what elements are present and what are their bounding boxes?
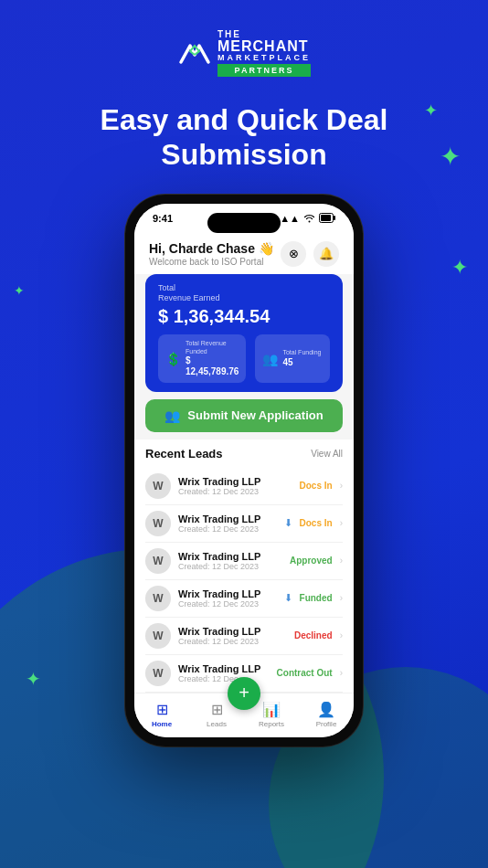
lead-item[interactable]: W Wrix Trading LLP Created: 12 Dec 2023 … xyxy=(145,468,343,505)
funding-info: Total Funding 45 xyxy=(282,349,321,367)
total-funding-value: 45 xyxy=(282,357,321,368)
revenue-row: 💲 Total Revenue Funded $ 12,45,789.76 👥 … xyxy=(158,334,330,383)
lead-name: Wrix Trading LLP xyxy=(178,551,282,562)
lead-info: Wrix Trading LLP Created: 12 Dec... xyxy=(178,663,270,683)
lead-avatar: W xyxy=(145,661,171,686)
dynamic-island xyxy=(207,213,281,233)
funded-label: Total Revenue Funded xyxy=(186,340,239,355)
submit-btn-icon: 👥 xyxy=(164,408,180,423)
revenue-card: TotalRevenue Earned $ 1,36,344.54 💲 Tota… xyxy=(145,274,343,392)
lead-status: Funded xyxy=(300,593,333,603)
lead-avatar: W xyxy=(145,473,171,499)
lead-item[interactable]: W Wrix Trading LLP Created: 12 Dec 2023 … xyxy=(145,580,343,618)
phone-screen: 9:41 ▲▲▲ xyxy=(134,204,354,737)
nav-home[interactable]: ⊞ Home xyxy=(134,701,189,728)
phone-wrapper: 9:41 ▲▲▲ xyxy=(125,195,363,746)
lead-avatar: W xyxy=(145,511,171,536)
lead-item[interactable]: W Wrix Trading LLP Created: 12 Dec 2023 … xyxy=(145,505,343,543)
lead-info: Wrix Trading LLP Created: 12 Dec 2023 xyxy=(178,588,277,609)
submit-new-application-button[interactable]: 👥 Submit New Application xyxy=(145,399,343,432)
lead-status: Docs In xyxy=(300,481,333,491)
notifications-button[interactable]: 🔔 xyxy=(313,241,339,267)
page: THE MERCHANT MARKETPLACE PARTNERS Easy a… xyxy=(0,0,488,868)
logo-m-icon xyxy=(177,38,212,68)
revenue-amount: $ 1,36,344.54 xyxy=(158,306,330,327)
leads-title: Recent Leads xyxy=(145,447,223,460)
lead-name: Wrix Trading LLP xyxy=(178,663,270,674)
add-button[interactable]: + xyxy=(228,677,260,710)
funded-amount: $ 12,45,789.76 xyxy=(186,355,239,377)
leads-header: Recent Leads View All xyxy=(145,447,343,460)
lead-avatar: W xyxy=(145,623,171,649)
leads-label: Leads xyxy=(207,720,227,728)
chevron-right-icon: › xyxy=(340,481,343,491)
profile-label: Profile xyxy=(316,720,337,728)
svg-rect-2 xyxy=(334,216,335,220)
battery-icon xyxy=(319,213,335,225)
view-all-link[interactable]: View All xyxy=(311,449,343,459)
lead-date: Created: 12 Dec 2023 xyxy=(178,599,277,609)
greeting-sub-text: Welcome back to ISO Portal xyxy=(149,257,274,267)
svg-rect-1 xyxy=(321,215,331,221)
nav-profile[interactable]: 👤 Profile xyxy=(299,701,354,728)
lead-name: Wrix Trading LLP xyxy=(178,513,277,524)
chevron-right-icon: › xyxy=(340,518,343,528)
lead-item[interactable]: W Wrix Trading LLP Created: 12 Dec 2023 … xyxy=(145,543,343,580)
settings-icon: ⊗ xyxy=(289,247,299,260)
bottom-nav: ⊞ Home ⊞ Leads + 📊 Reports 👤 Profile xyxy=(134,693,354,737)
bell-icon: 🔔 xyxy=(319,247,334,260)
home-icon: ⊞ xyxy=(156,701,168,718)
headline: Easy and Quick Deal Submission xyxy=(0,102,488,173)
lead-item[interactable]: W Wrix Trading LLP Created: 12 Dec 2023 … xyxy=(145,618,343,655)
leads-icon: ⊞ xyxy=(211,701,223,718)
chevron-right-icon: › xyxy=(340,556,343,566)
logo-partners-badge: PARTNERS xyxy=(217,64,311,77)
lead-date: Created: 12 Dec 2023 xyxy=(178,487,292,496)
lead-name: Wrix Trading LLP xyxy=(178,476,292,487)
revenue-funded-card: 💲 Total Revenue Funded $ 12,45,789.76 xyxy=(158,334,246,383)
settings-button[interactable]: ⊗ xyxy=(281,241,306,267)
total-funding-card: 👥 Total Funding 45 xyxy=(255,334,330,383)
lead-date: Created: 12 Dec 2023 xyxy=(178,562,282,571)
lead-status: Declined xyxy=(294,630,333,640)
chevron-right-icon: › xyxy=(340,668,343,678)
app-header: Hi, Charde Chase 👋 Welcome back to ISO P… xyxy=(134,230,354,274)
lead-info: Wrix Trading LLP Created: 12 Dec 2023 xyxy=(178,626,287,646)
chevron-right-icon: › xyxy=(340,630,343,640)
profile-icon: 👤 xyxy=(317,701,335,718)
greeting-text: Hi, Charde Chase 👋 xyxy=(149,241,274,256)
phone-mockup: 9:41 ▲▲▲ xyxy=(125,195,363,746)
lead-status: Docs In xyxy=(300,518,333,528)
lead-info: Wrix Trading LLP Created: 12 Dec 2023 xyxy=(178,513,277,534)
lead-avatar: W xyxy=(145,586,171,611)
lead-date: Created: 12 Dec 2023 xyxy=(178,524,277,534)
logo-area: THE MERCHANT MARKETPLACE PARTNERS xyxy=(177,29,311,77)
funding-icon: 👥 xyxy=(262,352,278,366)
lead-status: Contract Out xyxy=(277,668,333,678)
download-icon: ⬇ xyxy=(284,592,292,604)
greeting-area: Hi, Charde Chase 👋 Welcome back to ISO P… xyxy=(149,241,274,267)
lead-date: Created: 12 Dec 2023 xyxy=(178,637,287,646)
lead-name: Wrix Trading LLP xyxy=(178,588,277,599)
logo-marketplace-text: MARKETPLACE xyxy=(217,54,311,62)
lead-avatar: W xyxy=(145,548,171,574)
logo-name: THE MERCHANT MARKETPLACE PARTNERS xyxy=(217,29,311,77)
reports-label: Reports xyxy=(259,720,284,728)
lead-name: Wrix Trading LLP xyxy=(178,626,287,637)
logo-main: THE MERCHANT MARKETPLACE PARTNERS xyxy=(177,29,311,77)
total-funding-label: Total Funding xyxy=(282,349,321,356)
wifi-icon xyxy=(303,213,315,225)
lead-info: Wrix Trading LLP Created: 12 Dec 2023 xyxy=(178,551,282,571)
lead-info: Wrix Trading LLP Created: 12 Dec 2023 xyxy=(178,476,292,496)
status-time: 9:41 xyxy=(153,213,173,224)
submit-btn-text: Submit New Application xyxy=(187,408,323,422)
header-icons: ⊗ 🔔 xyxy=(281,241,339,267)
revenue-label: TotalRevenue Earned xyxy=(158,283,330,304)
chevron-right-icon: › xyxy=(340,593,343,603)
lead-status: Approved xyxy=(290,556,333,566)
funded-info: Total Revenue Funded $ 12,45,789.76 xyxy=(186,340,239,377)
home-label: Home xyxy=(152,720,172,728)
download-icon: ⬇ xyxy=(284,517,292,529)
funded-icon: 💲 xyxy=(165,352,181,366)
logo-merchant-text: MERCHANT xyxy=(217,39,311,54)
